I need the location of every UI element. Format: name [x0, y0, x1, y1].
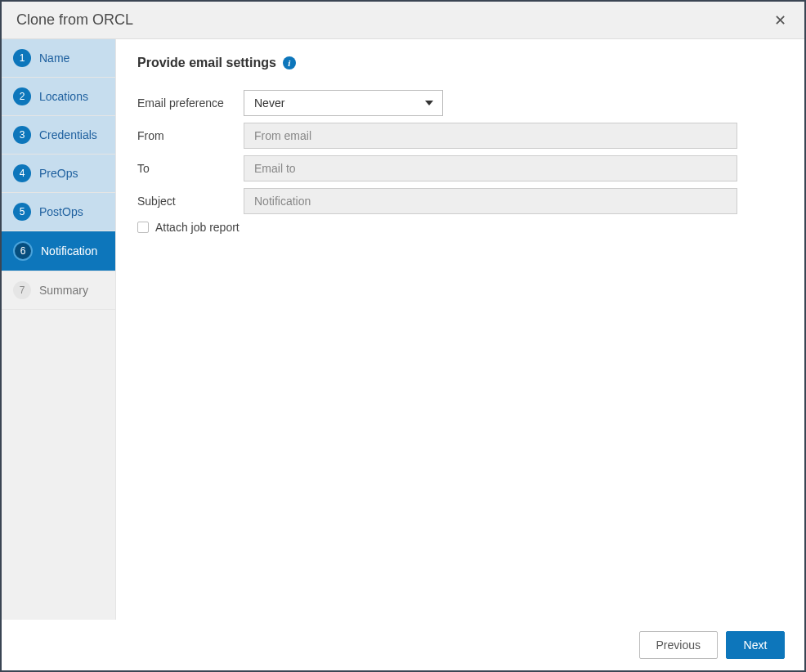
- step-number: 6: [13, 241, 33, 261]
- info-icon[interactable]: i: [283, 56, 296, 69]
- step-number: 7: [13, 281, 31, 299]
- attach-report-checkbox[interactable]: [137, 222, 149, 233]
- step-number: 1: [13, 49, 31, 67]
- dialog-body: 1 Name 2 Locations 3 Credentials 4 PreOp…: [2, 39, 804, 620]
- sidebar-step-credentials[interactable]: 3 Credentials: [2, 116, 115, 155]
- label-attach-report: Attach job report: [155, 221, 240, 234]
- step-number: 3: [13, 126, 31, 144]
- next-button[interactable]: Next: [726, 631, 785, 659]
- step-label: Credentials: [39, 128, 97, 141]
- label-subject: Subject: [137, 195, 244, 208]
- step-label: Locations: [39, 90, 88, 103]
- row-from: From: [137, 123, 783, 149]
- label-to: To: [137, 162, 244, 175]
- sidebar-step-summary[interactable]: 7 Summary: [2, 271, 115, 310]
- row-email-preference: Email preference Never: [137, 90, 783, 116]
- email-preference-select[interactable]: Never: [244, 90, 443, 116]
- sidebar-step-preops[interactable]: 4 PreOps: [2, 155, 115, 193]
- sidebar-step-notification[interactable]: 6 Notification: [2, 231, 115, 271]
- row-attach-report: Attach job report: [137, 221, 783, 234]
- step-label: Notification: [41, 244, 97, 258]
- main-panel: Provide email settings i Email preferenc…: [116, 39, 804, 620]
- step-label: PreOps: [39, 167, 78, 180]
- row-subject: Subject: [137, 188, 783, 214]
- close-icon[interactable]: ✕: [771, 13, 790, 28]
- page-title: Provide email settings: [137, 56, 276, 70]
- dialog-footer: Previous Next: [2, 620, 804, 670]
- clone-dialog: Clone from ORCL ✕ 1 Name 2 Locations 3 C…: [2, 2, 804, 670]
- dialog-header: Clone from ORCL ✕: [2, 2, 804, 39]
- page-header: Provide email settings i: [137, 56, 783, 70]
- label-email-preference: Email preference: [137, 96, 244, 110]
- step-number: 2: [13, 87, 31, 105]
- row-to: To: [137, 155, 783, 181]
- subject-input[interactable]: [244, 188, 737, 214]
- select-display: Never: [244, 90, 443, 116]
- to-input[interactable]: [244, 155, 737, 181]
- sidebar-step-postops[interactable]: 5 PostOps: [2, 193, 115, 231]
- sidebar-step-name[interactable]: 1 Name: [2, 39, 115, 78]
- step-number: 5: [13, 203, 31, 221]
- dialog-title: Clone from ORCL: [16, 11, 133, 29]
- step-label: Summary: [39, 284, 88, 297]
- label-from: From: [137, 129, 244, 142]
- step-label: PostOps: [39, 205, 83, 218]
- previous-button[interactable]: Previous: [639, 631, 718, 659]
- wizard-sidebar: 1 Name 2 Locations 3 Credentials 4 PreOp…: [2, 39, 116, 620]
- step-label: Name: [39, 52, 69, 65]
- from-input[interactable]: [244, 123, 737, 149]
- step-number: 4: [13, 164, 31, 182]
- select-value: Never: [254, 96, 284, 110]
- sidebar-step-locations[interactable]: 2 Locations: [2, 78, 115, 116]
